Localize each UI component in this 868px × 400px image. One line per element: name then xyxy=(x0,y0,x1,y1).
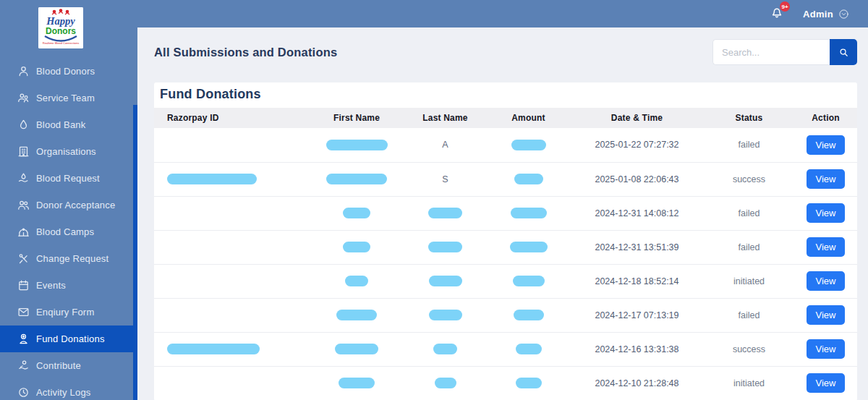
column-header-first-name: First Name xyxy=(310,108,404,128)
envelope-icon xyxy=(17,306,30,318)
cell-datetime: 2024-12-10 21:28:48 xyxy=(570,366,704,400)
table-body: A2025-01-22 07:27:32failedViewS2025-01-0… xyxy=(154,128,857,400)
cell-action: View xyxy=(794,366,857,400)
camp-icon xyxy=(17,226,30,238)
cell-last-name: S xyxy=(404,162,487,196)
happy-donors-logo[interactable]: Happy Donors Realtime Blood Connections xyxy=(38,7,83,48)
admin-menu[interactable]: Admin xyxy=(803,9,849,20)
sidebar-item-activity-logs[interactable]: Activity Logs xyxy=(0,379,137,400)
cell-action: View xyxy=(794,230,857,264)
sidebar-item-blood-donors[interactable]: Blood Donors xyxy=(0,58,137,85)
redacted-value xyxy=(514,310,544,320)
redacted-value xyxy=(335,344,378,354)
people-check-icon xyxy=(17,199,30,211)
status-badge: initiated xyxy=(704,366,794,400)
redacted-value xyxy=(429,276,462,286)
donation-coin-icon xyxy=(17,333,30,345)
cell-last-name xyxy=(404,298,487,332)
sidebar-item-label: Contribute xyxy=(36,360,81,371)
main-column: 9+ Admin All Submissions and Donations xyxy=(137,0,868,400)
clock-history-icon xyxy=(17,386,30,399)
redacted-value xyxy=(429,310,462,320)
cell-amount xyxy=(487,366,570,400)
view-button[interactable]: View xyxy=(807,203,846,223)
view-button[interactable]: View xyxy=(807,169,846,189)
sidebar-item-fund-donations[interactable]: Fund Donations xyxy=(0,325,137,352)
sidebar-item-service-team[interactable]: Service Team xyxy=(0,85,137,111)
logo-name-top: Happy xyxy=(46,15,75,27)
cell-first-name xyxy=(310,230,404,264)
page-header-row: All Submissions and Donations xyxy=(154,39,857,65)
cell-first-name xyxy=(310,298,404,332)
redacted-value xyxy=(428,242,462,252)
sidebar-item-contribute[interactable]: Contribute xyxy=(0,352,137,379)
cell-datetime: 2024-12-16 13:31:38 xyxy=(570,332,704,366)
cell-action: View xyxy=(794,264,857,298)
cell-razorpay-id-empty xyxy=(154,298,310,332)
search-button[interactable] xyxy=(830,39,857,65)
redacted-value xyxy=(167,174,257,184)
status-badge: failed xyxy=(704,298,794,332)
view-button[interactable]: View xyxy=(807,135,846,155)
logo-tagline: Realtime Blood Connections xyxy=(43,41,79,45)
cell-last-name xyxy=(404,366,487,400)
cell-action: View xyxy=(794,128,857,162)
sidebar-item-enqiury-form[interactable]: Enqiury Form xyxy=(0,299,137,325)
search-input[interactable] xyxy=(712,39,830,65)
fund-donations-card: Fund Donations Razorpay IDFirst NameLast… xyxy=(154,82,857,400)
table-row: 2024-12-31 14:08:12failedView xyxy=(154,196,857,230)
sidebar-item-change-request[interactable]: Change Request xyxy=(0,245,137,272)
droplet-icon xyxy=(17,119,30,131)
status-badge: failed xyxy=(704,196,794,230)
redacted-value xyxy=(511,208,547,218)
sidebar-item-label: Change Request xyxy=(36,253,109,264)
sidebar-item-blood-camps[interactable]: Blood Camps xyxy=(0,218,137,245)
cell-amount xyxy=(487,128,570,162)
cell-first-name xyxy=(310,264,404,298)
cell-last-name xyxy=(404,196,487,230)
redacted-value xyxy=(433,344,457,354)
redacted-value xyxy=(339,378,375,388)
cell-first-name xyxy=(310,332,404,366)
sidebar-scrollbar[interactable] xyxy=(133,105,137,400)
cell-amount xyxy=(487,332,570,366)
redacted-value xyxy=(516,344,542,354)
view-button[interactable]: View xyxy=(807,237,846,257)
cell-datetime: 2024-12-31 14:08:12 xyxy=(570,196,704,230)
table-header-row: Razorpay IDFirst NameLast NameAmountDate… xyxy=(154,108,857,128)
sidebar-item-label: Blood Camps xyxy=(36,226,94,237)
admin-label: Admin xyxy=(803,9,833,20)
redacted-value xyxy=(513,276,545,286)
cell-first-name xyxy=(310,366,404,400)
cell-action: View xyxy=(794,196,857,230)
cell-datetime: 2025-01-08 22:06:43 xyxy=(570,162,704,196)
redacted-value xyxy=(435,378,456,388)
sidebar-item-blood-bank[interactable]: Blood Bank xyxy=(0,111,137,138)
cell-razorpay-id-empty xyxy=(154,196,310,230)
sidebar-item-label: Enqiury Form xyxy=(36,307,94,318)
view-button[interactable]: View xyxy=(807,373,846,393)
notifications-button[interactable]: 9+ xyxy=(770,5,784,22)
sidebar-item-donor-acceptance[interactable]: Donor Acceptance xyxy=(0,192,137,218)
view-button[interactable]: View xyxy=(807,305,846,325)
hand-droplet-icon xyxy=(17,172,30,184)
view-button[interactable]: View xyxy=(807,339,846,359)
logo-image: Happy Donors Realtime Blood Connections xyxy=(38,7,83,48)
cell-razorpay-id-empty xyxy=(154,230,310,264)
sidebar-item-label: Blood Bank xyxy=(36,119,86,130)
cell-first-name xyxy=(310,128,404,162)
view-button[interactable]: View xyxy=(807,271,846,291)
cell-datetime: 2025-01-22 07:27:32 xyxy=(570,128,704,162)
sidebar-item-organisations[interactable]: Organisations xyxy=(0,138,137,165)
cell-razorpay-id-empty xyxy=(154,264,310,298)
redacted-value xyxy=(345,276,368,286)
sidebar-item-blood-request[interactable]: Blood Request xyxy=(0,165,137,192)
status-badge: failed xyxy=(704,230,794,264)
redacted-value xyxy=(343,208,370,218)
column-header-last-name: Last Name xyxy=(404,108,487,128)
status-badge: failed xyxy=(704,128,794,162)
sidebar-item-label: Activity Logs xyxy=(36,387,91,398)
cell-last-name xyxy=(404,264,487,298)
sidebar-item-events[interactable]: Events xyxy=(0,272,137,299)
cell-amount xyxy=(487,162,570,196)
